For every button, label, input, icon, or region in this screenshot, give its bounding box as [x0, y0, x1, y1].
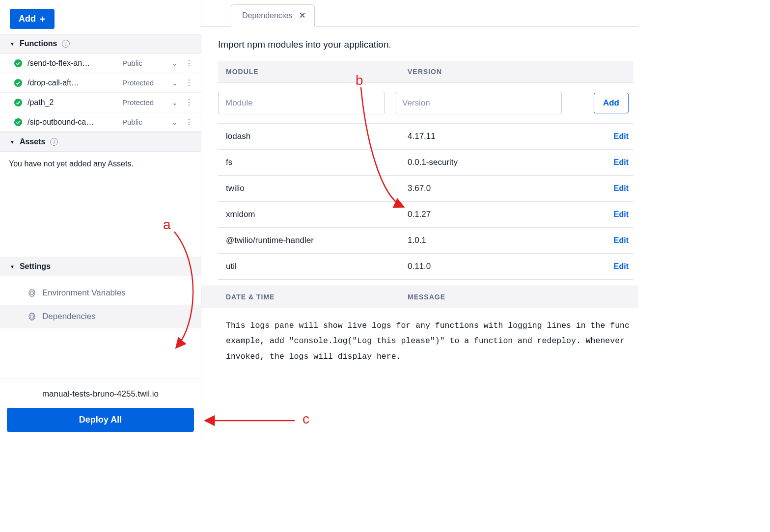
caret-down-icon: ▼: [10, 139, 15, 145]
edit-link[interactable]: Edit: [614, 262, 629, 270]
logs-header: DATE & TIME MESSAGE: [201, 286, 638, 308]
function-name: /sip-outbound-ca…: [28, 118, 117, 127]
kebab-menu-icon[interactable]: ⋮: [185, 98, 193, 107]
function-access: Protected: [122, 79, 165, 87]
dep-version: 4.17.11: [408, 132, 589, 141]
dep-module: fs: [226, 158, 408, 167]
function-item[interactable]: /drop-call-aft… Protected ⌄ ⋮: [0, 73, 201, 93]
deploy-all-button[interactable]: Deploy All: [7, 408, 194, 432]
edit-link[interactable]: Edit: [614, 132, 629, 140]
column-version: VERSION: [408, 68, 589, 76]
dep-module: lodash: [226, 132, 408, 141]
dep-module: @twilio/runtime-handler: [226, 236, 408, 245]
chevron-down-icon[interactable]: ⌄: [169, 79, 180, 87]
function-access: Public: [122, 118, 165, 126]
kebab-menu-icon[interactable]: ⋮: [185, 78, 193, 87]
chevron-down-icon[interactable]: ⌄: [169, 118, 180, 126]
dep-version: 0.0.1-security: [408, 158, 589, 167]
dependency-row: fs 0.0.1-security Edit: [218, 150, 633, 176]
env-vars-label: Environment Variables: [42, 288, 126, 298]
tab-bar: Dependencies ✕: [201, 0, 638, 27]
info-icon[interactable]: i: [62, 40, 70, 48]
dep-module: xmldom: [226, 210, 408, 219]
plus-icon: +: [40, 14, 46, 24]
add-button-label: Add: [19, 14, 36, 24]
dependency-row: twilio 3.67.0 Edit: [218, 176, 633, 202]
function-name: /send-to-flex-an…: [28, 59, 117, 68]
sidebar-item-dependencies[interactable]: Dependencies: [0, 305, 201, 328]
dependencies-table-header: MODULE VERSION: [218, 61, 633, 82]
edit-link[interactable]: Edit: [614, 210, 629, 218]
function-item[interactable]: /path_2 Protected ⌄ ⋮: [0, 93, 201, 112]
dependency-row: lodash 4.17.11 Edit: [218, 124, 633, 150]
svg-point-0: [14, 59, 22, 67]
tab-label: Dependencies: [242, 11, 292, 20]
logs-col-datetime: DATE & TIME: [226, 293, 408, 301]
dep-version: 3.67.0: [408, 184, 589, 193]
status-success-icon: [14, 98, 23, 107]
kebab-menu-icon[interactable]: ⋮: [185, 58, 193, 68]
sidebar: Add + ▼ Functions i /send-to-flex-an… Pu…: [0, 0, 201, 442]
caret-down-icon: ▼: [10, 264, 15, 269]
svg-point-3: [14, 118, 22, 126]
close-icon[interactable]: ✕: [299, 11, 305, 20]
function-name: /drop-call-aft…: [28, 79, 117, 87]
settings-header-label: Settings: [20, 262, 51, 271]
caret-down-icon: ▼: [10, 41, 15, 47]
svg-point-2: [14, 98, 22, 106]
gear-icon: [28, 312, 36, 321]
gear-icon: [28, 289, 36, 297]
function-item[interactable]: /sip-outbound-ca… Public ⌄ ⋮: [0, 112, 201, 132]
page-intro: Import npm modules into your application…: [201, 27, 638, 61]
status-success-icon: [14, 118, 23, 127]
dep-version: 1.0.1: [408, 236, 589, 245]
svg-point-1: [14, 79, 22, 86]
sidebar-item-env-vars[interactable]: Environment Variables: [0, 281, 201, 305]
logs-body: This logs pane will show live logs for a…: [201, 308, 638, 374]
function-name: /path_2: [28, 98, 117, 107]
kebab-menu-icon[interactable]: ⋮: [185, 117, 193, 127]
edit-link[interactable]: Edit: [614, 158, 629, 166]
domain-text: manual-tests-bruno-4255.twil.io: [7, 389, 194, 399]
function-access: Public: [122, 59, 165, 67]
tab-dependencies[interactable]: Dependencies ✕: [231, 4, 315, 27]
status-success-icon: [14, 79, 23, 87]
functions-list: /send-to-flex-an… Public ⌄ ⋮ /drop-call-…: [0, 53, 201, 132]
assets-header[interactable]: ▼ Assets i: [0, 132, 201, 152]
dependencies-label: Dependencies: [42, 312, 96, 321]
dep-version: 0.11.0: [408, 262, 589, 271]
function-access: Protected: [122, 98, 165, 106]
main-panel: Dependencies ✕ Import npm modules into y…: [201, 0, 638, 442]
version-input[interactable]: [395, 92, 562, 114]
add-button[interactable]: Add +: [10, 9, 55, 29]
function-item[interactable]: /send-to-flex-an… Public ⌄ ⋮: [0, 53, 201, 73]
edit-link[interactable]: Edit: [614, 184, 629, 192]
module-input[interactable]: [218, 92, 385, 114]
logs-col-message: MESSAGE: [408, 293, 445, 301]
settings-header[interactable]: ▼ Settings: [0, 257, 201, 276]
edit-link[interactable]: Edit: [614, 236, 629, 244]
assets-empty-text: You have not yet added any Assets.: [0, 152, 201, 188]
add-dependency-button[interactable]: Add: [594, 93, 629, 113]
functions-header[interactable]: ▼ Functions i: [0, 34, 201, 53]
dep-version: 0.1.27: [408, 210, 589, 219]
dependencies-input-row: Add: [218, 82, 633, 124]
dependency-row: @twilio/runtime-handler 1.0.1 Edit: [218, 228, 633, 254]
functions-header-label: Functions: [20, 39, 57, 48]
dependency-row: xmldom 0.1.27 Edit: [218, 202, 633, 228]
info-icon[interactable]: i: [50, 138, 58, 146]
assets-header-label: Assets: [20, 137, 45, 146]
column-module: MODULE: [226, 68, 408, 76]
dep-module: twilio: [226, 184, 408, 193]
status-success-icon: [14, 59, 23, 68]
chevron-down-icon[interactable]: ⌄: [169, 99, 180, 106]
dependency-row: util 0.11.0 Edit: [218, 254, 633, 280]
dep-module: util: [226, 262, 408, 271]
chevron-down-icon[interactable]: ⌄: [169, 59, 180, 67]
